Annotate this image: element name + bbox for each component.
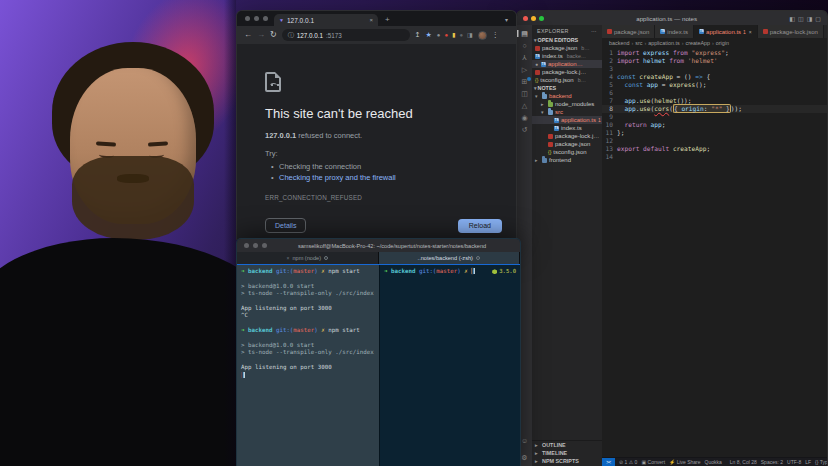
text-segment: { (703, 73, 710, 80)
window-control-dot[interactable] (262, 243, 267, 248)
extension-dot-red-icon[interactable]: ● (444, 32, 448, 38)
address-bar[interactable]: ⓘ 127.0.0.1 :5173 (282, 29, 410, 41)
sidebar-bottom-section[interactable]: ▸ NPM SCRIPTS (532, 457, 602, 465)
new-tab-button[interactable]: + (385, 15, 390, 24)
reload-page-button[interactable]: Reload (458, 219, 502, 233)
tree-item[interactable]: application.ts 1 (532, 116, 602, 124)
window-control-dot[interactable] (244, 243, 249, 248)
editor-tab[interactable]: index.ts (655, 25, 694, 38)
layout-secondary-sidebar-icon[interactable]: ◨ (807, 15, 813, 22)
line-number: 6 (602, 89, 617, 97)
run-debug-icon[interactable]: ▷ (517, 66, 532, 73)
search-icon[interactable]: ○ (517, 42, 532, 49)
tab-close-icon[interactable]: × (369, 17, 373, 23)
status-item[interactable]: ▣ Convert (641, 459, 665, 465)
remote-indicator[interactable]: >< (602, 458, 615, 466)
extension-dot-gray-icon[interactable]: ● (437, 32, 441, 38)
text-segment: const (617, 81, 647, 88)
status-item[interactable]: UTF-8 (787, 459, 801, 465)
terminal-tab[interactable]: ..notes/backend (-zsh) (379, 252, 521, 264)
sidebar-bottom-section[interactable]: ▸ OUTLINE (532, 441, 602, 449)
terminal-line: > ts-node --transpile-only ./src/index (241, 290, 375, 297)
open-editor-item[interactable]: package.json b… (532, 44, 602, 52)
status-item[interactable]: {} TypeScript (815, 459, 827, 465)
extension-note-yellow-icon[interactable]: ▮ (452, 32, 455, 38)
code-editor[interactable]: 1 import express from "express"; 2 impor… (602, 47, 827, 457)
breadcrumb-item[interactable]: backend (609, 40, 635, 46)
tree-item[interactable]: tsconfig.json (532, 148, 602, 156)
breadcrumb-item[interactable]: src (635, 40, 648, 46)
window-control-dot[interactable] (253, 243, 258, 248)
browser-tab[interactable]: ▼ 127.0.0.1 × (274, 14, 378, 26)
docker-icon[interactable]: ◫ (517, 90, 532, 97)
vscode-window-title: application.ts — notes (547, 15, 786, 22)
back-button[interactable]: ← (244, 31, 252, 39)
layout-sidebar-icon[interactable]: ◧ (789, 15, 795, 22)
extensions-icon[interactable]: ⊞ (517, 78, 532, 85)
quokka-icon[interactable]: ◉ (517, 114, 532, 121)
status-item[interactable]: Quokka (705, 459, 722, 465)
open-editor-item[interactable]: index.ts backe… (532, 52, 602, 60)
tab-search-chevron-icon[interactable]: ▾ (505, 16, 508, 23)
traffic-light-close[interactable] (523, 16, 528, 21)
explorer-sidebar: EXPLORER ⋯ ▾ OPEN EDITORS package.json b… (532, 25, 602, 466)
status-item[interactable]: ⊘ 1 ⚠ 0 (619, 459, 637, 465)
extension-panel-icon[interactable]: ◨ (467, 32, 473, 38)
terminal-pane-right[interactable]: ➜ backend git:(master) ✗ ▋ 3.5.0 (379, 265, 520, 466)
status-item[interactable]: Spaces: 2 (761, 459, 783, 465)
testing-icon[interactable]: △ (517, 102, 532, 109)
details-button[interactable]: Details (265, 218, 306, 233)
site-info-icon[interactable]: ⓘ (288, 31, 294, 40)
terminal-tab[interactable]: × npm (node) (237, 252, 379, 264)
split-editor-icon[interactable]: ◫ (824, 25, 828, 38)
open-editor-item[interactable]: package-lock.j… (532, 68, 602, 76)
breadcrumb-item[interactable]: origin (716, 40, 729, 46)
traffic-light-minimize[interactable] (531, 16, 536, 21)
tree-item[interactable]: ▾ src (532, 108, 602, 116)
layout-customize-icon[interactable]: ▢ (815, 15, 821, 22)
status-item[interactable]: LF (805, 459, 811, 465)
share-icon[interactable]: ↥ (415, 31, 421, 39)
window-controls[interactable] (237, 16, 274, 26)
suggestion-link[interactable]: Checking the proxy and the firewall (279, 173, 396, 182)
profile-avatar[interactable] (478, 31, 487, 40)
breadcrumb-item[interactable]: createApp (685, 40, 715, 46)
tree-item[interactable]: ▸ node_modules (532, 100, 602, 108)
editor-tab[interactable]: package-lock.json (758, 25, 824, 38)
layout-panel-icon[interactable]: ◫ (798, 15, 804, 22)
editor-tab[interactable]: package.json (602, 25, 655, 38)
text-segment: createApp (673, 145, 707, 152)
traffic-light-zoom[interactable] (539, 16, 544, 21)
status-item[interactable]: ⚡ Live Share (669, 459, 701, 465)
tree-item[interactable]: index.ts (532, 124, 602, 132)
tree-item[interactable]: ▸ frontend (532, 156, 602, 164)
browser-menu-icon[interactable]: ⋮ (492, 31, 499, 39)
project-section-header[interactable]: ▾ NOTES (532, 84, 602, 92)
open-editors-header[interactable]: ▾ OPEN EDITORS (532, 36, 602, 44)
tab-close-icon[interactable]: × (749, 29, 752, 35)
explorer-icon[interactable]: ▤ (517, 30, 532, 37)
code-line: 5 const app = express(); (602, 81, 827, 89)
tab-close-icon[interactable]: × (286, 255, 289, 261)
tree-item[interactable]: package.json (532, 140, 602, 148)
dirty-dot-icon[interactable]: ● (535, 61, 539, 67)
extension-dot-dim-icon[interactable]: ● (459, 32, 463, 38)
sidebar-bottom-section[interactable]: ▸ TIMELINE (532, 449, 602, 457)
open-editor-item[interactable]: tsconfig.json b… (532, 76, 602, 84)
reload-button[interactable]: ↻ (270, 31, 277, 39)
breadcrumb-item[interactable]: application.ts (648, 40, 685, 46)
tree-item-label: package-lock.j… (555, 133, 599, 139)
terminal-pane-left[interactable]: ➜ backend git:(master) ✗ npm start > bac… (237, 265, 379, 466)
explorer-more-icon[interactable]: ⋯ (591, 28, 597, 34)
editor-tab[interactable]: application.ts 1 × (694, 25, 758, 38)
terminal-line: > backend@1.0.0 start (241, 283, 375, 290)
status-item[interactable]: Ln 8, Col 28 (730, 459, 757, 465)
tree-item[interactable]: ▾ backend (532, 92, 602, 100)
live-share-icon[interactable]: ↺ (517, 126, 532, 133)
open-editor-item[interactable]: ● application… (532, 60, 602, 68)
bookmark-star-icon[interactable]: ★ (426, 31, 432, 39)
source-control-icon[interactable]: Y (517, 54, 532, 61)
tree-item[interactable]: package-lock.j… (532, 132, 602, 140)
text-segment: App listening on port 3000 (241, 305, 332, 311)
forward-button[interactable]: → (257, 31, 265, 39)
